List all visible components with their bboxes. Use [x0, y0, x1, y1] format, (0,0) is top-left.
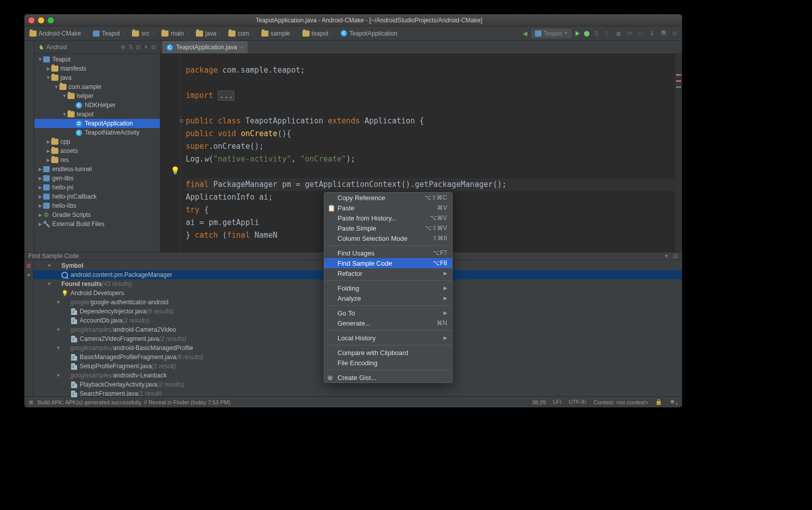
- project-tree-item[interactable]: hello-jniCallback: [35, 192, 160, 201]
- context-menu-item[interactable]: Copy Reference⌥⇧⌘C: [324, 193, 452, 203]
- back-icon[interactable]: ◀: [523, 30, 527, 37]
- breadcrumb[interactable]: com〉: [226, 29, 259, 38]
- breadcrumb[interactable]: Android-CMake〉: [27, 29, 91, 38]
- context-menu-item[interactable]: 📋Paste⌘V: [324, 203, 452, 213]
- project-tree-item[interactable]: ⚙Gradle Scripts: [35, 210, 160, 219]
- profile-icon[interactable]: ⇅: [594, 30, 601, 37]
- context-menu-item[interactable]: Paste from History...⌥⌘V: [324, 213, 452, 223]
- breadcrumb[interactable]: sample〉: [259, 29, 300, 38]
- run-configuration-dropdown[interactable]: Teapot▼: [531, 29, 571, 38]
- breadcrumb[interactable]: main〉: [159, 29, 194, 38]
- project-tree-item[interactable]: CNDKHelper: [35, 101, 160, 110]
- context-menu-item[interactable]: File Encoding: [324, 358, 452, 368]
- context-menu-item[interactable]: Find Usages⌥F7: [324, 248, 452, 258]
- context-menu-item[interactable]: Paste Simple⌥⇧⌘V: [324, 223, 452, 233]
- breadcrumb[interactable]: src〉: [130, 29, 159, 38]
- close-window-button[interactable]: [28, 17, 35, 23]
- java-file-icon: [70, 381, 78, 388]
- context-menu-item[interactable]: Local History▶: [324, 333, 452, 343]
- panel-settings-icon[interactable]: ✦: [664, 252, 669, 260]
- project-tree-item[interactable]: 🔧External Build Files: [35, 219, 160, 229]
- context-menu-item[interactable]: Column Selection Mode⇧⌘8: [324, 233, 452, 243]
- caret-position[interactable]: 38:29: [532, 399, 546, 405]
- folder-icon: [51, 66, 58, 72]
- context-menu-item[interactable]: Generate...⌘N: [324, 318, 452, 328]
- module-icon: [43, 166, 50, 172]
- viewer-collapse-icon[interactable]: ⊟: [136, 44, 141, 50]
- project-tree-item[interactable]: manifests: [35, 64, 160, 73]
- project-tree-item[interactable]: Teapot: [35, 55, 160, 64]
- line-separator[interactable]: LF⁞: [553, 399, 562, 405]
- context-menu-item[interactable]: Refactor▶: [324, 268, 452, 278]
- project-tree-item[interactable]: CTeapotNativeActivity: [35, 128, 160, 137]
- context-menu-item[interactable]: Analyze▶: [324, 293, 452, 303]
- left-tool-strip[interactable]: [24, 41, 35, 252]
- file-encoding[interactable]: UTF-8⁞: [569, 399, 587, 405]
- project-tree[interactable]: Teapotmanifestsjavacom.samplehelperCNDKH…: [35, 54, 160, 252]
- context-menu-item[interactable]: Go To▶: [324, 308, 452, 318]
- fold-icon[interactable]: ⊞: [180, 115, 183, 128]
- context-menu-item[interactable]: Find Sample Code⌥F8: [324, 258, 452, 268]
- status-message[interactable]: Build APK: APK(s) generated successfully…: [38, 399, 230, 405]
- class-icon: C: [166, 44, 173, 51]
- run-icon[interactable]: [576, 31, 580, 36]
- project-tree-item[interactable]: cpp: [35, 137, 160, 146]
- inspections-icon[interactable]: ☻1: [669, 398, 678, 406]
- project-tree-item[interactable]: endless-tunnel: [35, 165, 160, 174]
- error-stripe[interactable]: [675, 54, 682, 252]
- collapse-icon[interactable]: ▼: [26, 273, 31, 278]
- viewer-options-icon[interactable]: ⇅: [128, 44, 133, 50]
- minimize-window-button[interactable]: [38, 17, 44, 23]
- intention-bulb-icon[interactable]: 💡: [171, 165, 178, 172]
- project-view-dropdown[interactable]: Android: [46, 44, 67, 51]
- context-menu-item[interactable]: Compare with Clipboard: [324, 347, 452, 358]
- project-tree-item[interactable]: assets: [35, 146, 160, 155]
- attach-icon[interactable]: ▯: [605, 30, 612, 37]
- debug-icon[interactable]: ⬢: [584, 29, 590, 38]
- project-tree-item[interactable]: hello-libs: [35, 201, 160, 210]
- editor-tab[interactable]: C TeapotApplication.java ×: [162, 41, 248, 53]
- hide-tool-icon[interactable]: ⊟: [151, 44, 156, 50]
- editor-context-menu[interactable]: Copy Reference⌥⇧⌘C📋Paste⌘VPaste from His…: [324, 192, 453, 383]
- project-tree-item[interactable]: res: [35, 155, 160, 165]
- module-icon: [43, 203, 50, 209]
- lock-icon[interactable]: 🔒: [655, 399, 662, 405]
- close-tab-icon[interactable]: ×: [240, 44, 243, 50]
- context-menu-item[interactable]: ⊕Create Gist...: [324, 372, 452, 382]
- folder-icon: [302, 30, 310, 37]
- project-tree-item[interactable]: gen-libs: [35, 174, 160, 183]
- gutter[interactable]: 💡: [160, 54, 181, 252]
- overflow-icon[interactable]: ⚙: [672, 30, 679, 37]
- wrench-icon: 🔧: [43, 220, 50, 228]
- project-tree-item[interactable]: helper: [35, 91, 160, 101]
- stop-icon[interactable]: ◼: [616, 30, 623, 37]
- breadcrumb[interactable]: Teapot〉: [91, 29, 130, 38]
- project-tool-window: ♞ Android ⊕ ⇅ ⊟ ✦ ⊟ Teapotmanifestsjavac…: [35, 41, 160, 252]
- search-icon[interactable]: 🔍: [661, 30, 668, 37]
- project-tree-item[interactable]: com.sample: [35, 82, 160, 91]
- avd-icon[interactable]: ▭: [638, 30, 646, 37]
- project-tree-item[interactable]: java: [35, 73, 160, 82]
- breadcrumb[interactable]: CTeapotApplication: [339, 30, 399, 37]
- breadcrumb[interactable]: teapot〉: [300, 29, 339, 38]
- editor-tabs: C TeapotApplication.java ×: [160, 41, 682, 54]
- folder-icon: [67, 93, 75, 99]
- close-panel-icon[interactable]: ✕: [26, 262, 31, 270]
- status-bar: ▣ Build APK: APK(s) generated successful…: [24, 396, 682, 407]
- panel-hide-icon[interactable]: ⊟: [673, 252, 678, 260]
- viewer-settings-icon[interactable]: ⊕: [121, 44, 125, 50]
- project-tree-item[interactable]: teapot: [35, 110, 160, 119]
- project-tree-item[interactable]: CTeapotApplication: [35, 119, 160, 128]
- sync-icon[interactable]: ⟳: [627, 30, 634, 37]
- paste-icon: 📋: [327, 204, 334, 211]
- project-tree-item[interactable]: hello-jni: [35, 183, 160, 192]
- viewer-gear-icon[interactable]: ✦: [144, 44, 148, 50]
- folder-icon: [228, 30, 235, 37]
- module-icon: [43, 175, 50, 181]
- panel-title: Find Sample Code: [28, 252, 79, 260]
- breadcrumb[interactable]: java〉: [194, 29, 226, 38]
- sdk-icon[interactable]: ⬇: [650, 30, 657, 37]
- context-menu-item[interactable]: Folding▶: [324, 283, 452, 293]
- zoom-window-button[interactable]: [48, 17, 54, 23]
- tool-window-quick-access-icon[interactable]: ▣: [28, 399, 33, 405]
